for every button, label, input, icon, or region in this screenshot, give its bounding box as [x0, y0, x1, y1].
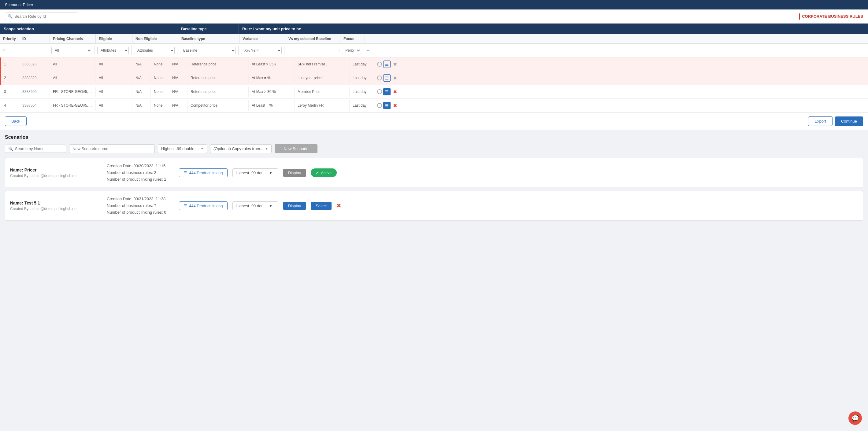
cell-channels-4: FR - STORE-GEO#5, M...	[50, 100, 96, 111]
scenario-meta-2: Creation Date: 03/31/2023, 11:38 Number …	[107, 196, 174, 216]
scenario-meta-1: Creation Date: 03/30/2023, 11:15 Number …	[107, 163, 174, 183]
cell-priority-3: 3	[1, 87, 19, 97]
cell-focus-3: Last day	[349, 87, 374, 97]
cell-actions-3: ☰ ✖	[374, 85, 868, 98]
linking-rules-1: Number of product linking rules: 1	[107, 176, 174, 183]
cell-eligible-2: All	[96, 73, 132, 83]
filter-priority: #	[0, 47, 18, 54]
cell-nonelig-left-2: N/A	[132, 73, 151, 83]
cell-variance-1: At Least > 35 €	[249, 59, 294, 69]
creation-date-2: Creation Date: 03/31/2023, 11:38	[107, 196, 174, 202]
linking-rules-2: Number of product linking rules: 0	[107, 209, 174, 216]
delete-icon-3[interactable]: ✖	[393, 89, 397, 95]
dropdown-val-1: Highest .99 dou...	[236, 171, 267, 175]
cell-priority-1: 1	[1, 59, 19, 69]
settings-icon-4[interactable]: ☰	[383, 102, 391, 109]
filter-channels[interactable]: All	[49, 45, 95, 55]
cell-baseline-3: Reference price	[187, 87, 249, 97]
search-icon: 🔍	[8, 14, 12, 19]
cell-id-1: 3388328	[19, 59, 50, 69]
add-rule-button[interactable]: +	[366, 47, 370, 54]
filter-variance[interactable]: X% Y€ <	[239, 45, 284, 55]
scenario-creator-2: Created By: admin@demo.pricinghub.net	[10, 207, 102, 211]
product-linking-button-2[interactable]: ☰ 444 Product linking	[179, 201, 227, 210]
col-id: ID	[19, 34, 50, 43]
col-noneligible: Non Eligible	[132, 34, 178, 43]
scenario-search-wrap: 🔍	[5, 144, 66, 153]
filter-noneligible[interactable]: Attributes	[131, 45, 177, 55]
cell-nonelig-right-4: N/A	[169, 100, 187, 111]
row-radio-2[interactable]	[377, 75, 382, 80]
select-button-2[interactable]: Select	[311, 202, 332, 210]
new-scenario-button[interactable]: New Scenario	[275, 144, 317, 153]
scenario-search-input[interactable]	[15, 146, 63, 151]
table-row: 3 3388605 FR - STORE-GEO#5, M... All N/A…	[0, 85, 868, 99]
corporate-label: CORPORATE BUSINESS RULES	[799, 13, 863, 20]
new-scenario-name-input[interactable]	[69, 144, 155, 153]
col-priority: Priority	[0, 34, 19, 43]
filter-id	[18, 49, 49, 52]
sliders-icon-2: ☰	[184, 204, 187, 208]
delete-icon-1[interactable]: ✖	[393, 61, 397, 67]
table-row: 1 3388328 All All N/A None N/A Reference…	[0, 58, 868, 71]
cell-vs-1: SRP hors remise...	[294, 59, 349, 69]
baseline-header: Baseline type	[177, 24, 239, 34]
settings-icon-1[interactable]: ☰	[383, 61, 391, 68]
col-vs-baseline: Vs my selected Baseline	[285, 34, 340, 43]
export-button[interactable]: Export	[808, 117, 833, 126]
chevron-down-icon-3: ▼	[269, 171, 273, 175]
continue-button[interactable]: Continue	[835, 117, 863, 126]
business-rules-2: Number of business rules: 7	[107, 202, 174, 209]
cell-id-2: 3388329	[19, 73, 50, 83]
check-icon-1: ✓	[316, 170, 319, 175]
cell-id-4: 3388604	[19, 100, 50, 111]
dropdown-val-2: Highest .99 dou...	[236, 204, 267, 208]
cell-variance-4: At Least = %	[249, 100, 294, 111]
col-focus: Focus	[340, 34, 365, 43]
active-button-1[interactable]: ✓ Active	[311, 168, 336, 177]
display-button-2[interactable]: Display	[283, 202, 306, 210]
cell-variance-3: At Max > 30 %	[249, 87, 294, 97]
filter-add[interactable]: +	[364, 46, 868, 55]
filter-focus[interactable]: Period	[340, 45, 364, 55]
cell-priority-4: 4	[1, 100, 19, 111]
creation-date-1: Creation Date: 03/30/2023, 11:15	[107, 163, 174, 169]
col-baseline-type: Baseline type	[178, 34, 240, 43]
product-linking-button-1[interactable]: ☰ 444 Product linking	[179, 168, 227, 177]
cell-nonelig-left-1: N/A	[132, 59, 151, 69]
display-button-1[interactable]: Display	[283, 169, 306, 177]
scenario-dropdown-2[interactable]: Highest .99 dou... ▼	[232, 201, 278, 210]
scenario-dropdown-1[interactable]: Highest .99 dou... ▼	[232, 168, 278, 177]
col-variance: Variance	[240, 34, 285, 43]
cell-none-4: None	[151, 100, 169, 111]
filter-baseline[interactable]: Baseline	[177, 45, 239, 55]
scenario-name-1: Name: Pricer	[10, 167, 102, 172]
rule-search-input[interactable]	[14, 14, 75, 19]
highest-option-dropdown[interactable]: Highest .99 double ... ▼	[158, 144, 207, 153]
filter-eligible[interactable]: Attributes	[95, 45, 131, 55]
delete-scenario-2[interactable]: ✖	[336, 202, 341, 209]
filter-vs-baseline	[284, 49, 340, 52]
chevron-down-icon-2: ▼	[265, 147, 268, 151]
delete-icon-4[interactable]: ✖	[393, 103, 397, 108]
cell-baseline-4: Competitor price	[187, 100, 249, 111]
row-radio-1[interactable]	[377, 62, 382, 67]
cell-none-2: None	[151, 73, 169, 83]
row-radio-4[interactable]	[377, 103, 382, 108]
chevron-down-icon-4: ▼	[269, 204, 273, 208]
cell-vs-2: Last year price	[294, 73, 349, 83]
cell-baseline-1: Reference price	[187, 59, 249, 69]
scenario-info-1: Name: Pricer Created By: admin@demo.pric…	[10, 167, 102, 178]
cell-focus-2: Last day	[349, 73, 374, 83]
cell-nonelig-right-3: N/A	[169, 87, 187, 97]
delete-icon-2[interactable]: ✖	[393, 75, 397, 81]
row-radio-3[interactable]	[377, 89, 382, 94]
settings-icon-3[interactable]: ☰	[383, 88, 391, 95]
settings-icon-2[interactable]: ☰	[383, 74, 391, 81]
cell-focus-4: Last day	[349, 100, 374, 111]
back-button[interactable]: Back	[5, 117, 27, 126]
cell-variance-2: At Max = %	[249, 73, 294, 83]
copy-rules-dropdown[interactable]: (Optional) Copy rules from... ▼	[210, 144, 272, 153]
cell-channels-2: All	[50, 73, 96, 83]
cell-eligible-3: All	[96, 87, 132, 97]
